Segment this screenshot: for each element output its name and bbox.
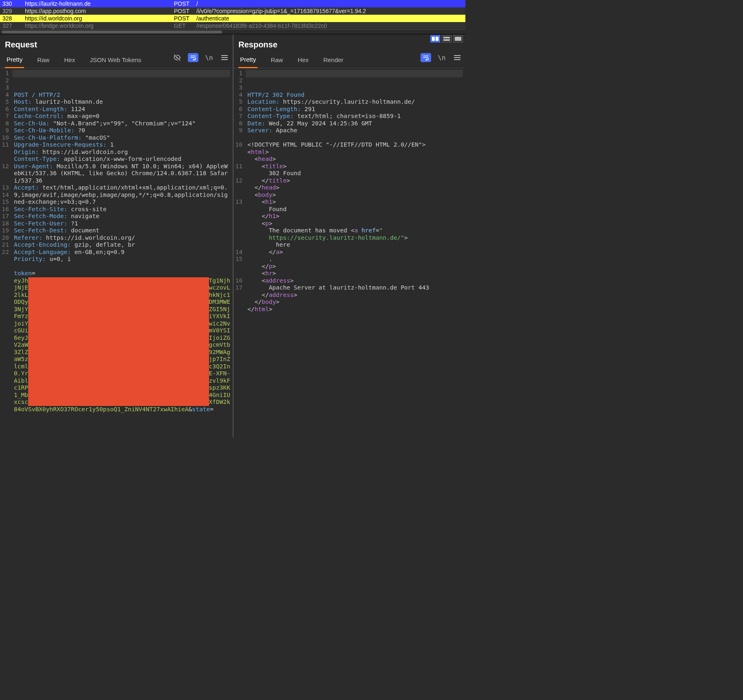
- svg-rect-2: [443, 37, 450, 38]
- response-panel: Response PrettyRawHexRender \n 123456789…: [233, 34, 465, 437]
- newline-icon[interactable]: \n: [437, 53, 447, 62]
- tab-json-web-tokens[interactable]: JSON Web Tokens: [88, 54, 143, 67]
- wrap-icon[interactable]: [188, 53, 198, 62]
- scrollbar-thumb[interactable]: [2, 31, 222, 33]
- newline-icon[interactable]: \n: [204, 53, 214, 62]
- table-row[interactable]: 330https://lauritz-holtmann.dePOST/: [0, 0, 465, 7]
- table-row[interactable]: 329https://app.posthog.comPOST/i/v0/e/?c…: [0, 7, 465, 15]
- tab-render[interactable]: Render: [322, 54, 345, 67]
- svg-rect-3: [443, 39, 450, 41]
- layout-switcher[interactable]: [430, 35, 463, 42]
- table-row[interactable]: 327https://bridge.worldcoin.orgGET/respo…: [0, 22, 465, 29]
- layout-stack-icon[interactable]: [442, 35, 452, 42]
- hide-icon[interactable]: [172, 53, 182, 62]
- request-title: Request: [0, 34, 233, 54]
- wrap-icon[interactable]: [420, 53, 431, 62]
- request-tabbar: PrettyRawHexJSON Web Tokens \n: [0, 54, 233, 68]
- tab-pretty[interactable]: Pretty: [5, 54, 24, 68]
- layout-single-icon[interactable]: [453, 35, 463, 42]
- table-row[interactable]: 328https://id.worldcoin.orgPOST/authenti…: [0, 15, 465, 22]
- http-history-table[interactable]: 330https://lauritz-holtmann.dePOST/329ht…: [0, 0, 465, 29]
- horizontal-scrollbar[interactable]: [0, 29, 465, 34]
- request-editor[interactable]: 1234567891011 12 13141516171819202122 PO…: [0, 68, 233, 437]
- tab-raw[interactable]: Raw: [36, 54, 51, 67]
- tab-hex[interactable]: Hex: [296, 54, 310, 67]
- svg-rect-0: [432, 37, 435, 41]
- request-panel: Request PrettyRawHexJSON Web Tokens \n 1…: [0, 34, 233, 437]
- menu-icon[interactable]: [452, 53, 462, 62]
- tab-hex[interactable]: Hex: [62, 54, 77, 67]
- request-gutter: 1234567891011 12 13141516171819202122: [0, 68, 12, 437]
- tab-raw[interactable]: Raw: [269, 54, 285, 67]
- layout-split-icon[interactable]: [430, 35, 440, 42]
- menu-icon[interactable]: [220, 53, 229, 62]
- svg-rect-1: [436, 37, 438, 41]
- tab-pretty[interactable]: Pretty: [238, 54, 258, 68]
- response-code[interactable]: HTTP/2 302 Found Location: https://secur…: [247, 91, 463, 313]
- response-editor[interactable]: 123456789 10 11 12 13 1415 1617 HTTP/2 3…: [234, 68, 465, 437]
- request-code[interactable]: POST / HTTP/2 Host: lauritz-holtmann.de …: [14, 91, 230, 413]
- svg-rect-4: [455, 37, 461, 41]
- response-gutter: 123456789 10 11 12 13 1415 1617: [234, 68, 246, 437]
- response-tabbar: PrettyRawHexRender \n: [234, 54, 465, 68]
